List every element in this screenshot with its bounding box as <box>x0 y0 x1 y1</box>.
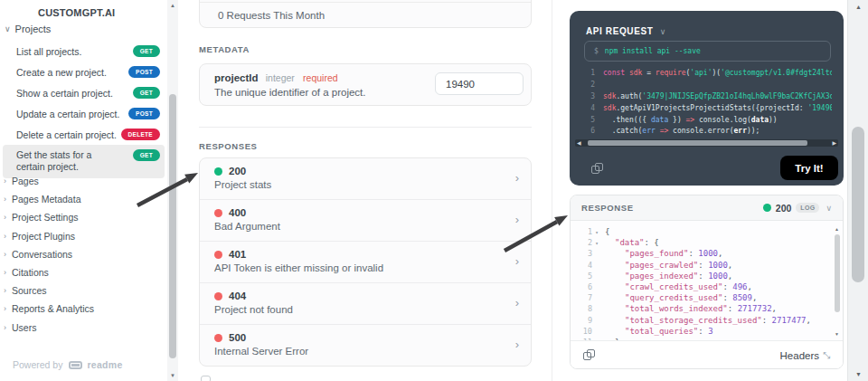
sidebar-section-pages-metadata[interactable]: ›Pages Metadata <box>0 190 167 208</box>
collapse-caret-icon[interactable]: ▾ <box>592 240 601 246</box>
sidebar-item[interactable]: Show a certain project.GET <box>0 82 167 103</box>
section-label: Pages Metadata <box>12 194 80 205</box>
page-scrollbar[interactable]: ▲ ▼ <box>847 0 868 381</box>
method-badge: DELETE <box>121 129 160 140</box>
response-row-404[interactable]: 404Project not found› <box>200 282 531 324</box>
method-badge: POST <box>128 66 160 78</box>
json-line-number: 8 <box>571 304 592 313</box>
chevron-down-icon[interactable]: ∨ <box>826 204 832 213</box>
scroll-up-icon[interactable]: ▲ <box>833 226 841 232</box>
response-row-500[interactable]: 500Internal Server Error› <box>200 324 531 366</box>
json-line: 3"pages_found": 1000, <box>571 248 843 259</box>
sidebar-section-reports-analytics[interactable]: ›Reports & Analytics <box>0 300 167 318</box>
json-content: "pages_found": 1000, <box>601 249 722 258</box>
sidebar-section-project-plugins[interactable]: ›Project Plugins <box>0 227 167 245</box>
response-row-head: 500 <box>214 332 516 343</box>
copy-code-icon[interactable] <box>591 163 603 175</box>
response-header[interactable]: RESPONSE 200 LOG ∨ <box>571 195 843 221</box>
sidebar-section-project-settings[interactable]: ›Project Settings <box>0 208 167 226</box>
response-description: API Token is either missing or invalid <box>214 262 516 273</box>
response-row-head: 200 <box>214 166 516 176</box>
code-token: '@customgpt/v1.0#fdgt24ltogtc3s' <box>721 69 832 77</box>
page-scrollbar-thumb[interactable] <box>852 127 864 282</box>
scroll-down-icon[interactable]: ▼ <box>833 331 841 337</box>
json-line: 10"total_queries": 3 <box>571 326 843 337</box>
chevron-right-icon: › <box>515 171 519 185</box>
json-line-number: 9 <box>571 316 592 325</box>
json-token: , <box>752 293 757 302</box>
usage-card: 0 Requests This Month <box>199 0 532 28</box>
code-token: )( <box>712 69 721 77</box>
sidebar-group-projects[interactable]: ∨ Projects <box>5 22 51 36</box>
response-row-head: 404 <box>214 291 516 301</box>
sidebar-item[interactable]: Create a new project.POST <box>0 62 167 82</box>
chevron-down-icon: ∨ <box>5 24 11 33</box>
powered-by[interactable]: Powered by readme <box>13 359 123 370</box>
json-token: "query_credits_used" <box>625 293 722 302</box>
code-horizontal-scrollbar[interactable]: ◀ ▶ <box>575 139 838 147</box>
code-token: require <box>656 69 686 77</box>
code-token: sdk <box>603 104 616 112</box>
sidebar-project-items: List all projects.GETCreate a new projec… <box>0 41 167 178</box>
sidebar: CUSTOMGPT.AI ∨ Projects List all project… <box>0 0 167 381</box>
copy-response-icon[interactable] <box>583 349 595 361</box>
expand-icon: ⤡ <box>823 350 830 361</box>
project-id-input[interactable] <box>435 72 524 95</box>
response-row-401[interactable]: 401API Token is either missing or invali… <box>200 241 531 282</box>
sidebar-section-conversations[interactable]: ›Conversations <box>0 245 167 263</box>
scroll-down-icon[interactable]: ▼ <box>848 371 868 377</box>
json-scrollbar-thumb[interactable] <box>835 234 840 312</box>
sidebar-scrollbar[interactable]: ▲ ▼ <box>167 0 178 381</box>
response-code: 404 <box>229 291 246 301</box>
code-token: '19490' <box>807 104 832 112</box>
line-number: 5 <box>586 116 595 124</box>
json-token: : <box>762 316 772 325</box>
json-scrollbar[interactable]: ▲ ▼ <box>833 224 841 338</box>
code-editor[interactable]: 1const sdk = require('api')('@customgpt/… <box>586 67 832 138</box>
line-number: 4 <box>586 104 595 112</box>
code-scrollbar-thumb[interactable] <box>588 140 807 146</box>
try-it-button[interactable]: Try It! <box>780 156 838 180</box>
json-token: 1000 <box>708 271 728 281</box>
json-content: "pages_crawled": 1000, <box>601 261 732 270</box>
json-token: "total_words_indexed" <box>625 304 728 313</box>
usage-text: 0 Requests This Month <box>218 10 325 21</box>
sidebar-item[interactable]: Update a certain project.POST <box>0 103 167 124</box>
chevron-right-icon: › <box>4 195 6 204</box>
scroll-up-icon[interactable]: ▲ <box>848 4 868 10</box>
api-request-header[interactable]: API REQUEST ∨ <box>586 26 666 36</box>
docs-page: CUSTOMGPT.AI ∨ Projects List all project… <box>0 0 868 381</box>
sidebar-section-pages[interactable]: ›Pages <box>0 172 167 190</box>
collapse-caret-icon[interactable]: ▾ <box>592 229 601 235</box>
scroll-right-icon[interactable]: ▶ <box>832 139 836 147</box>
sidebar-item[interactable]: List all projects.GET <box>0 41 167 62</box>
sidebar-group-label: Projects <box>15 24 52 34</box>
sidebar-item-label: Create a new project. <box>16 67 107 78</box>
param-line: projectId integer required <box>214 72 338 83</box>
response-json-viewer[interactable]: 1▾{2▾"data": {3"pages_found": 1000,4"pag… <box>571 221 843 340</box>
sidebar-scrollbar-thumb[interactable] <box>169 94 176 358</box>
json-token: 8509 <box>732 293 752 302</box>
code-token: const <box>603 69 629 77</box>
sidebar-section-users[interactable]: ›Users <box>0 319 167 337</box>
response-row-200[interactable]: 200Project stats› <box>200 158 531 199</box>
sidebar-section-citations[interactable]: ›Citations <box>0 263 167 281</box>
line-number: 1 <box>586 69 595 77</box>
scroll-left-icon[interactable]: ◀ <box>577 139 581 147</box>
json-line: 9"total_storage_credits_used": 2717477, <box>571 315 843 326</box>
code-line: 3sdk.auth('3479|JNIJSEpQfpZB21oI4hqLh0wl… <box>586 90 832 102</box>
code-token: console.error( <box>668 127 733 135</box>
scroll-down-icon[interactable]: ▼ <box>167 373 178 378</box>
response-footer: Headers ⤡ <box>571 340 843 369</box>
response-row-400[interactable]: 400Bad Argument› <box>200 199 531 241</box>
param-required-flag: required <box>303 72 338 83</box>
headers-link[interactable]: Headers ⤡ <box>780 350 830 361</box>
scroll-up-icon[interactable]: ▲ <box>167 3 178 8</box>
sidebar-section-sources[interactable]: ›Sources <box>0 281 167 300</box>
install-command-box[interactable]: $ npm install api --save <box>584 41 831 62</box>
response-title: RESPONSE <box>581 203 634 213</box>
sidebar-item[interactable]: Delete a certain project.DELETE <box>0 124 167 145</box>
json-token: , <box>728 261 732 270</box>
json-token: "total_queries" <box>625 327 698 336</box>
code-token: data <box>751 116 769 124</box>
